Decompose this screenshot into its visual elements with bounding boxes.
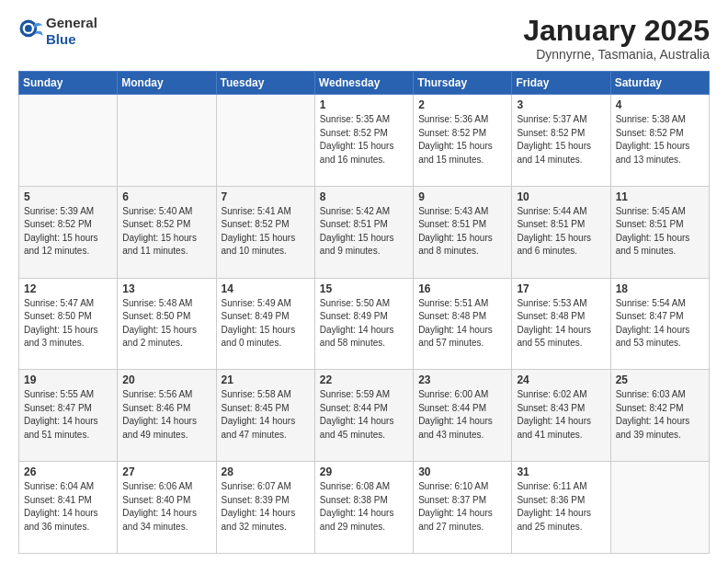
sunset-text: Sunset: 8:46 PM (122, 403, 190, 413)
daylight-text: Daylight: 14 hours and 25 minutes. (517, 508, 591, 532)
day-info: Sunrise: 6:03 AM Sunset: 8:42 PM Dayligh… (616, 388, 704, 442)
sunset-text: Sunset: 8:37 PM (418, 495, 486, 505)
day-info: Sunrise: 5:42 AM Sunset: 8:51 PM Dayligh… (320, 205, 408, 259)
day-info: Sunrise: 5:36 AM Sunset: 8:52 PM Dayligh… (418, 113, 506, 167)
sunrise-text: Sunrise: 5:54 AM (616, 298, 686, 308)
day-number: 7 (222, 190, 310, 203)
sunset-text: Sunset: 8:45 PM (222, 403, 290, 413)
day-info: Sunrise: 5:43 AM Sunset: 8:51 PM Dayligh… (418, 205, 506, 259)
daylight-text: Daylight: 15 hours and 9 minutes. (320, 233, 394, 257)
calendar-cell: 6 Sunrise: 5:40 AM Sunset: 8:52 PM Dayli… (118, 186, 216, 278)
sunrise-text: Sunrise: 5:55 AM (24, 389, 94, 399)
day-number: 25 (616, 373, 704, 386)
sunrise-text: Sunrise: 5:56 AM (122, 389, 192, 399)
daylight-text: Daylight: 14 hours and 49 minutes. (122, 416, 197, 440)
day-number: 15 (320, 282, 408, 295)
daylight-text: Daylight: 15 hours and 14 minutes. (517, 141, 591, 165)
calendar-cell: 27 Sunrise: 6:06 AM Sunset: 8:40 PM Dayl… (118, 462, 216, 554)
sunrise-text: Sunrise: 5:40 AM (122, 206, 192, 216)
day-info: Sunrise: 5:53 AM Sunset: 8:48 PM Dayligh… (517, 297, 605, 350)
calendar-cell: 1 Sunrise: 5:35 AM Sunset: 8:52 PM Dayli… (314, 95, 413, 187)
calendar-cell: 5 Sunrise: 5:39 AM Sunset: 8:52 PM Dayli… (19, 186, 118, 278)
day-number: 22 (320, 373, 408, 386)
day-info: Sunrise: 5:48 AM Sunset: 8:50 PM Dayligh… (122, 297, 210, 350)
sunset-text: Sunset: 8:43 PM (517, 403, 585, 413)
sunrise-text: Sunrise: 5:48 AM (122, 298, 192, 308)
month-title: January 2025 (523, 15, 710, 47)
day-number: 5 (24, 190, 112, 203)
calendar-cell: 16 Sunrise: 5:51 AM Sunset: 8:48 PM Dayl… (414, 278, 512, 370)
calendar-cell (19, 95, 118, 187)
day-number: 12 (24, 282, 112, 295)
day-info: Sunrise: 5:38 AM Sunset: 8:52 PM Dayligh… (616, 113, 704, 167)
daylight-text: Daylight: 14 hours and 47 minutes. (222, 416, 296, 440)
sunset-text: Sunset: 8:51 PM (517, 219, 585, 229)
daylight-text: Daylight: 14 hours and 32 minutes. (222, 508, 296, 532)
daylight-text: Daylight: 15 hours and 15 minutes. (418, 141, 493, 165)
daylight-text: Daylight: 15 hours and 16 minutes. (320, 141, 394, 165)
day-number: 18 (616, 282, 704, 295)
day-info: Sunrise: 6:06 AM Sunset: 8:40 PM Dayligh… (122, 480, 210, 534)
calendar-cell: 4 Sunrise: 5:38 AM Sunset: 8:52 PM Dayli… (610, 95, 709, 187)
calendar-cell: 7 Sunrise: 5:41 AM Sunset: 8:52 PM Dayli… (216, 186, 314, 278)
daylight-text: Daylight: 14 hours and 45 minutes. (320, 416, 394, 440)
sunrise-text: Sunrise: 5:35 AM (320, 114, 390, 124)
day-number: 3 (517, 98, 605, 111)
calendar-cell: 14 Sunrise: 5:49 AM Sunset: 8:49 PM Dayl… (216, 278, 314, 370)
calendar-cell: 23 Sunrise: 6:00 AM Sunset: 8:44 PM Dayl… (414, 370, 512, 462)
sunset-text: Sunset: 8:52 PM (24, 219, 92, 229)
calendar-cell: 21 Sunrise: 5:58 AM Sunset: 8:45 PM Dayl… (216, 370, 314, 462)
sunset-text: Sunset: 8:51 PM (616, 219, 684, 229)
daylight-text: Daylight: 15 hours and 11 minutes. (122, 233, 197, 257)
sunrise-text: Sunrise: 5:36 AM (418, 114, 488, 124)
day-number: 19 (24, 373, 112, 386)
calendar-cell: 24 Sunrise: 6:02 AM Sunset: 8:43 PM Dayl… (512, 370, 610, 462)
sunset-text: Sunset: 8:50 PM (24, 311, 92, 321)
sunrise-text: Sunrise: 6:06 AM (122, 481, 192, 491)
daylight-text: Daylight: 15 hours and 12 minutes. (24, 233, 98, 257)
sunrise-text: Sunrise: 5:58 AM (222, 389, 291, 399)
day-info: Sunrise: 5:55 AM Sunset: 8:47 PM Dayligh… (24, 388, 112, 442)
sunrise-text: Sunrise: 6:04 AM (24, 481, 94, 491)
daylight-text: Daylight: 14 hours and 27 minutes. (418, 508, 493, 532)
daylight-text: Daylight: 14 hours and 43 minutes. (418, 416, 493, 440)
sunset-text: Sunset: 8:47 PM (616, 311, 684, 321)
sunset-text: Sunset: 8:36 PM (517, 495, 585, 505)
page-header: General Blue January 2025 Dynnyrne, Tasm… (18, 15, 710, 62)
day-number: 4 (616, 98, 704, 111)
day-number: 30 (418, 465, 506, 478)
daylight-text: Daylight: 15 hours and 13 minutes. (616, 141, 690, 165)
sunset-text: Sunset: 8:39 PM (222, 495, 290, 505)
day-info: Sunrise: 5:47 AM Sunset: 8:50 PM Dayligh… (24, 297, 112, 350)
sunrise-text: Sunrise: 6:02 AM (517, 389, 586, 399)
sunset-text: Sunset: 8:47 PM (24, 403, 92, 413)
day-number: 14 (222, 282, 310, 295)
title-block: January 2025 Dynnyrne, Tasmania, Austral… (523, 15, 710, 62)
daylight-text: Daylight: 14 hours and 51 minutes. (24, 416, 98, 440)
sunrise-text: Sunrise: 5:45 AM (616, 206, 686, 216)
weekday-header-friday: Friday (512, 72, 610, 95)
daylight-text: Daylight: 15 hours and 10 minutes. (222, 233, 296, 257)
sunset-text: Sunset: 8:52 PM (320, 128, 388, 138)
sunset-text: Sunset: 8:38 PM (320, 495, 388, 505)
daylight-text: Daylight: 14 hours and 34 minutes. (122, 508, 197, 532)
daylight-text: Daylight: 15 hours and 0 minutes. (222, 325, 296, 349)
day-info: Sunrise: 6:00 AM Sunset: 8:44 PM Dayligh… (418, 388, 506, 442)
calendar-cell: 18 Sunrise: 5:54 AM Sunset: 8:47 PM Dayl… (610, 278, 709, 370)
day-info: Sunrise: 5:39 AM Sunset: 8:52 PM Dayligh… (24, 205, 112, 259)
day-number: 1 (320, 98, 408, 111)
day-info: Sunrise: 6:02 AM Sunset: 8:43 PM Dayligh… (517, 388, 605, 442)
weekday-header-wednesday: Wednesday (314, 72, 413, 95)
sunset-text: Sunset: 8:49 PM (320, 311, 388, 321)
sunrise-text: Sunrise: 5:47 AM (24, 298, 94, 308)
calendar-page: General Blue January 2025 Dynnyrne, Tasm… (0, 0, 728, 563)
day-info: Sunrise: 6:04 AM Sunset: 8:41 PM Dayligh… (24, 480, 112, 534)
day-number: 29 (320, 465, 408, 478)
sunset-text: Sunset: 8:52 PM (517, 128, 585, 138)
sunset-text: Sunset: 8:48 PM (517, 311, 585, 321)
calendar-cell (610, 462, 709, 554)
sunrise-text: Sunrise: 5:49 AM (222, 298, 291, 308)
daylight-text: Daylight: 14 hours and 39 minutes. (616, 416, 690, 440)
sunset-text: Sunset: 8:44 PM (418, 403, 486, 413)
day-info: Sunrise: 5:50 AM Sunset: 8:49 PM Dayligh… (320, 297, 408, 350)
